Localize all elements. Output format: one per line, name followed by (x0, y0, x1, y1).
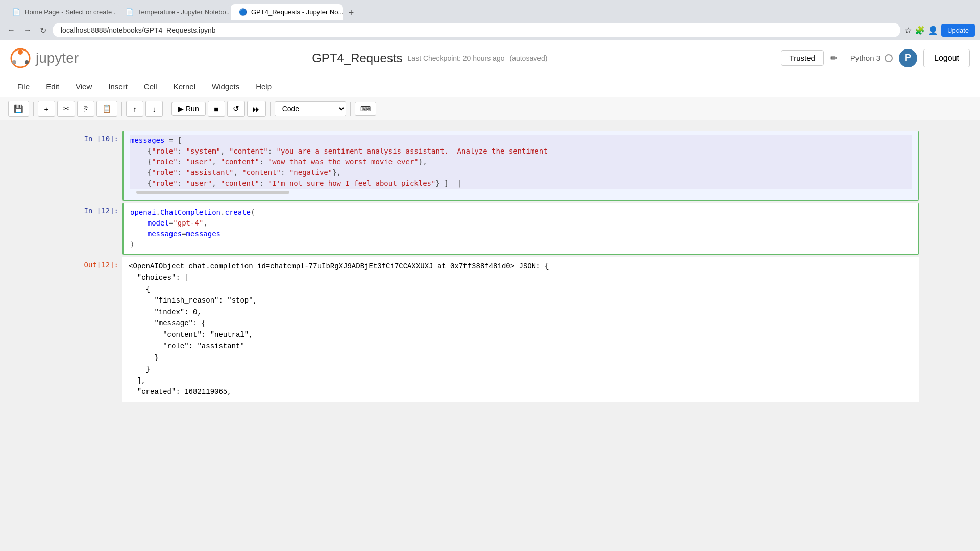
cell-12-output-content: <OpenAIObject chat.completion id=chatcmp… (122, 257, 919, 402)
cell-12-prompt: In [12]: (61, 203, 122, 255)
kernel-status-icon (885, 54, 893, 62)
update-button[interactable]: Update (941, 24, 975, 37)
jupyter-logo (10, 48, 31, 68)
run-label: Run (186, 105, 199, 113)
jupyter-brand: jupyter (10, 48, 79, 68)
tab-label: Home Page - Select or create ... (24, 8, 116, 16)
browser-chrome: 📄 Home Page - Select or create ... ✕ 📄 T… (0, 0, 980, 40)
cell-10-code-area: messages = [ {"role": "system", "content… (130, 135, 912, 189)
code-line-3: {"role": "user", "content": "wow that wa… (130, 157, 912, 167)
stop-button[interactable]: ■ (208, 101, 225, 117)
toolbar: 💾 + ✂ ⎘ 📋 ↑ ↓ ▶ Run ■ ↺ ⏭ Code Markdown … (0, 97, 980, 120)
profile-icon[interactable]: 👤 (928, 26, 938, 35)
kernel-indicator: Python 3 (844, 54, 893, 62)
cell-10-input[interactable]: messages = [ {"role": "system", "content… (122, 131, 919, 201)
move-down-button[interactable]: ↓ (145, 101, 163, 117)
cell-10: In [10]: messages = [ {"role": "system",… (61, 131, 919, 201)
code-line-c2-3: messages=messages (130, 229, 912, 239)
refresh-button[interactable]: ↻ (38, 23, 48, 37)
svg-point-2 (12, 60, 16, 64)
svg-point-3 (24, 60, 29, 64)
code-line-2: {"role": "system", "content": "you are a… (130, 146, 912, 157)
toolbar-separator-4 (270, 102, 271, 116)
run-icon: ▶ (178, 105, 184, 113)
url-input[interactable] (53, 23, 900, 37)
code-line-5: {"role": "user", "content": "I'm not sur… (130, 178, 912, 189)
notebook-info: GPT4_Requests Last Checkpoint: 20 hours … (312, 51, 547, 65)
cell-container: In [10]: messages = [ {"role": "system",… (31, 131, 949, 402)
bookmark-icon[interactable]: ☆ (904, 26, 912, 35)
tab-favicon: 📄 (126, 8, 134, 16)
menu-view[interactable]: View (68, 79, 99, 94)
new-tab-button[interactable]: + (344, 6, 358, 20)
kernel-name: Python 3 (850, 54, 880, 62)
svg-point-1 (18, 49, 23, 55)
toolbar-separator-2 (121, 102, 122, 116)
tab-bar: 📄 Home Page - Select or create ... ✕ 📄 T… (0, 0, 980, 20)
save-button[interactable]: 💾 (8, 101, 29, 117)
toolbar-separator-1 (33, 102, 34, 116)
output-text: <OpenAIObject chat.completion id=chatcmp… (129, 261, 913, 398)
tab-label: Temperature - Jupyter Notebo... (138, 8, 230, 16)
menu-kernel[interactable]: Kernel (166, 79, 203, 94)
logout-button[interactable]: Logout (923, 49, 970, 67)
tab-label: GPT4_Requests - Jupyter No... (251, 8, 343, 16)
jupyter-wordmark: jupyter (36, 50, 79, 66)
paste-cell-button[interactable]: 📋 (96, 101, 117, 117)
python-logo: P (899, 49, 917, 67)
code-line-c2-4: ) (130, 239, 912, 250)
toolbar-separator-5 (350, 102, 351, 116)
edit-notebook-button[interactable]: ✏ (830, 53, 838, 64)
cell-12: In [12]: openai.ChatCompletion.create( m… (61, 203, 919, 255)
cell-type-select[interactable]: Code Markdown Raw NBConvert (275, 101, 346, 116)
menu-cell[interactable]: Cell (137, 79, 164, 94)
tab-gpt4[interactable]: 🔵 GPT4_Requests - Jupyter No... ✕ (231, 4, 343, 20)
menu-file[interactable]: File (10, 79, 37, 94)
tab-favicon: 📄 (12, 8, 20, 16)
browser-actions: ☆ 🧩 👤 Update (904, 24, 975, 37)
tab-favicon: 🔵 (239, 8, 247, 16)
address-bar: ← → ↻ ☆ 🧩 👤 Update (0, 20, 980, 40)
menu-help[interactable]: Help (249, 79, 279, 94)
cell-12-input[interactable]: openai.ChatCompletion.create( model="gpt… (122, 203, 919, 255)
code-line-c2-2: model="gpt-4", (130, 218, 912, 229)
tab-temperature[interactable]: 📄 Temperature - Jupyter Notebo... ✕ (117, 4, 230, 20)
toolbar-separator-3 (167, 102, 167, 116)
back-button[interactable]: ← (5, 23, 17, 37)
notebook-area: In [10]: messages = [ {"role": "system",… (0, 120, 980, 551)
restart-run-button[interactable]: ⏭ (247, 101, 266, 117)
cell-10-prompt: In [10]: (61, 131, 122, 201)
jupyter-menu: File Edit View Insert Cell Kernel Widget… (0, 76, 980, 97)
jupyter-header: jupyter GPT4_Requests Last Checkpoint: 2… (0, 40, 980, 76)
notebook-name[interactable]: GPT4_Requests (312, 51, 402, 65)
extensions-icon[interactable]: 🧩 (915, 26, 925, 35)
cut-cell-button[interactable]: ✂ (57, 101, 75, 117)
tab-home[interactable]: 📄 Home Page - Select or create ... ✕ (4, 4, 116, 20)
keyboard-shortcuts-button[interactable]: ⌨ (355, 102, 376, 116)
trusted-button[interactable]: Trusted (781, 50, 824, 66)
restart-button[interactable]: ↺ (227, 101, 245, 117)
menu-insert[interactable]: Insert (101, 79, 135, 94)
autosaved-info: (autosaved) (509, 54, 547, 62)
copy-cell-button[interactable]: ⎘ (77, 101, 94, 117)
cell-12-output-prompt: Out[12]: (61, 257, 122, 402)
forward-button[interactable]: → (21, 23, 34, 37)
menu-edit[interactable]: Edit (39, 79, 66, 94)
checkpoint-info: Last Checkpoint: 20 hours ago (408, 54, 505, 62)
code-line-c2-1: openai.ChatCompletion.create( (130, 207, 912, 218)
run-button[interactable]: ▶ Run (172, 102, 206, 116)
move-up-button[interactable]: ↑ (126, 101, 143, 117)
add-cell-button[interactable]: + (38, 101, 55, 117)
horizontal-scrollbar[interactable] (136, 191, 289, 194)
cell-12-output: Out[12]: <OpenAIObject chat.completion i… (61, 257, 919, 402)
code-line-1: messages = [ (130, 135, 912, 146)
header-right: Trusted ✏ Python 3 P Logout (781, 49, 970, 67)
menu-widgets[interactable]: Widgets (205, 79, 247, 94)
code-line-4: {"role": "assistant", "content": "negati… (130, 167, 912, 178)
